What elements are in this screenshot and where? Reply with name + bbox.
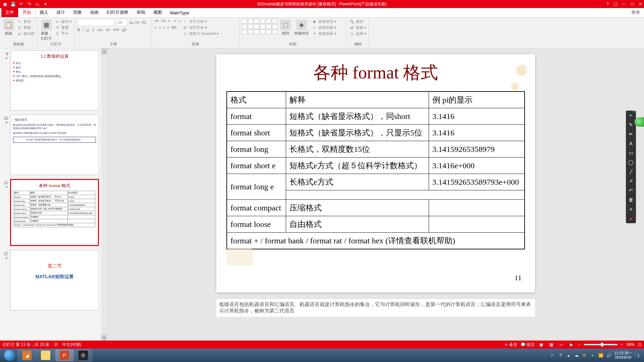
- pen-icon[interactable]: ✎: [628, 121, 634, 128]
- outline-button[interactable]: ◇形状轮廓 ▾: [312, 25, 336, 30]
- tray-onedrive-icon[interactable]: ☁: [574, 353, 579, 358]
- language-indicator[interactable]: 中文(中国): [62, 342, 81, 348]
- numbering-icon[interactable]: ☰▾: [161, 19, 166, 23]
- strike-icon[interactable]: S: [92, 28, 94, 32]
- notes-button[interactable]: ≐ 备注: [504, 342, 517, 348]
- undo-icon[interactable]: ↶: [18, 1, 24, 7]
- align-right-icon[interactable]: ≡: [163, 25, 165, 29]
- scroll-down-icon[interactable]: ▾: [101, 335, 107, 341]
- reading-view-icon[interactable]: ▭: [558, 342, 565, 347]
- side-widget-icon[interactable]: [635, 117, 644, 127]
- shrink-font-icon[interactable]: A▾: [135, 19, 139, 26]
- tab-insert[interactable]: 插入: [36, 8, 52, 17]
- taskbar-matlab[interactable]: ◢: [18, 349, 36, 361]
- tab-home[interactable]: 开始: [18, 7, 36, 17]
- find-button[interactable]: 🔍查找: [349, 19, 366, 24]
- quickstyle-button[interactable]: ◈快速样式: [293, 19, 310, 37]
- menu-icon[interactable]: ≡: [628, 206, 634, 213]
- notes-pane[interactable]: 低级语言包括机器语言和汇编语言。机器语言就是计算机指令的集合，它与计算机同时诞生…: [216, 298, 535, 317]
- indent-dec-icon[interactable]: ⇤: [168, 19, 171, 23]
- taskbar-recorder[interactable]: ⦿: [74, 349, 92, 361]
- indent-inc-icon[interactable]: ⇥: [173, 19, 176, 23]
- reset-button[interactable]: ↺重置: [55, 25, 72, 30]
- tray-app-icon[interactable]: ●: [590, 353, 595, 358]
- aligntext-button[interactable]: ⊟对齐文本 ▾: [182, 25, 219, 30]
- thumb-scrollbar[interactable]: ▴ ▾: [101, 48, 107, 341]
- fill-button[interactable]: ◆形状填充 ▾: [312, 19, 336, 24]
- help-icon[interactable]: ?: [606, 2, 609, 6]
- fit-window-icon[interactable]: ⊡: [638, 342, 641, 347]
- columns-icon[interactable]: ▥▾: [171, 25, 177, 29]
- tab-transition[interactable]: 切换: [69, 8, 86, 17]
- select-button[interactable]: ▭选择 ▾: [349, 31, 366, 36]
- slideshow-icon[interactable]: ▭: [34, 1, 40, 7]
- text-icon[interactable]: A: [628, 140, 634, 147]
- bullets-icon[interactable]: ≡▾: [155, 19, 159, 23]
- record-icon[interactable]: ●: [628, 215, 634, 222]
- paste-button[interactable]: 📋 粘贴: [3, 19, 15, 37]
- tray-chevron-icon[interactable]: ▴: [566, 353, 571, 358]
- bold-icon[interactable]: B: [77, 28, 80, 32]
- new-slide-button[interactable]: ▦ 新建 幻灯片: [40, 19, 53, 42]
- tray-shield-icon[interactable]: ⛨: [582, 353, 587, 358]
- tab-file[interactable]: 文件: [1, 8, 18, 17]
- comments-button[interactable]: 💬 批注: [521, 342, 535, 348]
- zoom-in-icon[interactable]: +: [621, 342, 623, 347]
- align-justify-icon[interactable]: ≡: [167, 25, 169, 29]
- ribbon-options-icon[interactable]: ▢: [613, 2, 617, 6]
- taskbar-explorer[interactable]: 📁: [37, 349, 55, 361]
- panel-close-icon[interactable]: ✕: [633, 110, 635, 113]
- zoom-slider[interactable]: [584, 344, 618, 345]
- thumb-slide[interactable]: ▫ 输出格式 ◆ Matlab 的运算结果可以在屏幕上输出，同时赋给指定变量。右…: [10, 115, 99, 175]
- tab-design[interactable]: 设计: [52, 8, 69, 17]
- close-icon[interactable]: ✕: [639, 2, 642, 6]
- section-button[interactable]: §节 ▾: [55, 31, 72, 36]
- line-icon[interactable]: ╱: [628, 168, 634, 175]
- italic-icon[interactable]: I: [83, 28, 84, 32]
- slide-canvas[interactable]: 各种 format 格式 格式 解释 例 pi的显示 format短格式（缺省显…: [216, 54, 535, 292]
- highlighter-icon[interactable]: ✏: [628, 131, 634, 137]
- copy-button[interactable]: ⎘复制: [17, 25, 35, 30]
- ellipse-icon[interactable]: ◯: [628, 159, 634, 166]
- thumb-10[interactable]: 10★ ▫ 输出格式 ◆ Matlab 的运算结果可以在屏幕上输出，同时赋给指定…: [0, 113, 107, 177]
- spacing-icon[interactable]: AV: [106, 28, 110, 32]
- textdir-button[interactable]: ↕文字方向 ▾: [182, 19, 219, 24]
- tab-mathtype[interactable]: MathType: [166, 9, 193, 17]
- cut-button[interactable]: ✂剪切: [17, 19, 35, 24]
- thumb-11[interactable]: 11★ 各种 format 格式 格式解释例 pi的显示format短格式（缺省…: [0, 177, 107, 248]
- thumb-slide[interactable]: 3.2 数值的运算 加法 减法 乘法 / 和 \ 除法（右除和左除,自除放在哪边…: [10, 50, 99, 111]
- zoom-out-icon[interactable]: −: [578, 342, 581, 347]
- trash-icon[interactable]: 🗑: [628, 196, 634, 203]
- tab-slideshow[interactable]: 幻灯片放映: [103, 8, 132, 17]
- tray-showdesktop[interactable]: ▯: [635, 353, 640, 358]
- minimize-icon[interactable]: —: [622, 2, 626, 6]
- taskbar-powerpoint[interactable]: P: [55, 349, 73, 361]
- effects-button[interactable]: ✦形状效果 ▾: [312, 31, 336, 36]
- save-icon[interactable]: 💾: [10, 1, 16, 7]
- underline-icon[interactable]: U: [87, 28, 89, 32]
- zoom-value[interactable]: 98%: [627, 342, 635, 347]
- shape-gallery[interactable]: [242, 19, 277, 34]
- scroll-up-icon[interactable]: ▴: [101, 48, 107, 54]
- tray-help-icon[interactable]: ?: [558, 353, 563, 358]
- tray-network-icon[interactable]: 📶: [598, 353, 603, 358]
- arrow-icon[interactable]: ↗: [628, 178, 634, 184]
- tab-animation[interactable]: 动画: [86, 8, 103, 17]
- sorter-view-icon[interactable]: ▦: [548, 342, 555, 347]
- smartart-button[interactable]: ⬡转换为 SmartArt ▾: [182, 31, 219, 36]
- align-left-icon[interactable]: ≡: [155, 25, 157, 29]
- grow-font-icon[interactable]: A▴: [129, 19, 133, 26]
- painter-button[interactable]: 🖌格式刷: [17, 31, 35, 36]
- undo-tool-icon[interactable]: ↶: [628, 187, 634, 194]
- replace-button[interactable]: ab替换 ▾: [349, 25, 366, 30]
- tray-volume-icon[interactable]: 🔊: [606, 353, 611, 358]
- redo-icon[interactable]: ↷: [26, 1, 32, 7]
- spellcheck-icon[interactable]: ☑: [54, 342, 58, 347]
- shadow-icon[interactable]: abc: [97, 28, 103, 32]
- arrange-button[interactable]: ⬚排列: [279, 19, 291, 37]
- maximize-icon[interactable]: ◻: [631, 2, 634, 6]
- case-icon[interactable]: Aa▾: [113, 27, 119, 32]
- thumb-9[interactable]: 9★ 3.2 数值的运算 加法 减法 乘法 / 和 \ 除法（右除和左除,自除放…: [0, 48, 107, 113]
- font-color-icon[interactable]: A▾: [122, 27, 126, 32]
- slideshow-view-icon[interactable]: ▶: [568, 342, 575, 347]
